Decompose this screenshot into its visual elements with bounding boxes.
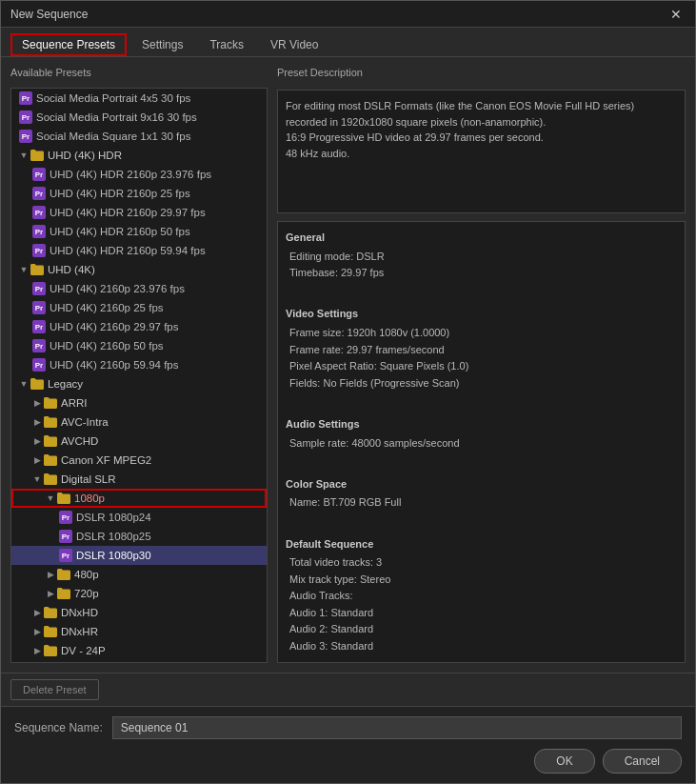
folder-label: DNxHD	[61, 607, 98, 618]
item-label: UHD (4K) 2160p 59.94 fps	[50, 359, 179, 371]
frame-size: Frame size: 1920h 1080v (1.0000)	[286, 325, 677, 342]
tab-sequence-presets[interactable]: Sequence Presets	[10, 33, 127, 56]
fields: Fields: No Fields (Progressive Scan)	[286, 375, 677, 392]
chevron-right-icon: ▶	[32, 608, 42, 617]
list-item[interactable]: Pr UHD (4K) HDR 2160p 50 fps	[11, 222, 267, 241]
chevron-right-icon: ▶	[32, 455, 42, 465]
folder-label: Digital SLR	[61, 473, 116, 485]
folder-avc-intra[interactable]: ▶ AVC-Intra	[11, 412, 267, 432]
available-presets-label: Available Presets	[10, 67, 268, 78]
total-video-tracks: Total video tracks: 3	[286, 554, 677, 572]
folder-dv24p[interactable]: ▶ DV - 24P	[11, 641, 267, 660]
bottom-bar: Delete Preset	[1, 673, 695, 706]
list-item[interactable]: Pr DSLR 1080p25	[11, 527, 267, 546]
chevron-right-icon: ▶	[32, 417, 42, 427]
folder-icon	[44, 606, 57, 619]
list-item[interactable]: Pr UHD (4K) HDR 2160p 59.94 fps	[11, 241, 267, 260]
folder-avchd[interactable]: ▶ AVCHD	[11, 432, 267, 451]
folder-uhd-4k[interactable]: ▼ UHD (4K)	[11, 260, 267, 279]
color-name: Name: BT.709 RGB Full	[286, 494, 677, 512]
folder-legacy[interactable]: ▼ Legacy	[11, 374, 267, 393]
presets-tree[interactable]: Pr Social Media Portrait 4x5 30 fps Pr S…	[10, 88, 268, 663]
folder-icon	[44, 434, 57, 448]
close-button[interactable]: ✕	[666, 7, 686, 22]
list-item[interactable]: Pr UHD (4K) 2160p 59.94 fps	[11, 355, 267, 374]
tab-vr-video[interactable]: VR Video	[259, 33, 329, 56]
video-title: Video Settings	[286, 306, 677, 323]
folder-icon	[30, 149, 44, 162]
list-item[interactable]: Pr UHD (4K) 2160p 23.976 fps	[11, 279, 267, 298]
folder-label: DNxHR	[61, 626, 98, 637]
audio1: Audio 1: Standard	[286, 605, 677, 622]
folder-480p[interactable]: ▶ 480p	[11, 565, 267, 584]
pr-icon: Pr	[32, 206, 46, 219]
folder-label: 1080p	[74, 493, 105, 504]
folder-uhd-4k-hdr[interactable]: ▼ UHD (4K) HDR	[11, 146, 267, 165]
pr-icon: Pr	[19, 91, 32, 105]
cancel-button[interactable]: Cancel	[603, 749, 682, 774]
list-item[interactable]: Pr UHD (4K) HDR 2160p 23.976 fps	[11, 165, 267, 184]
item-label: UHD (4K) HDR 2160p 50 fps	[50, 226, 190, 237]
item-label: Social Media Portrait 4x5 30 fps	[36, 92, 190, 104]
list-item[interactable]: Pr Social Media Square 1x1 30 fps	[11, 127, 267, 146]
item-label: DSLR 1080p25	[76, 531, 151, 542]
folder-icon	[44, 625, 57, 638]
list-item[interactable]: Pr UHD (4K) 2160p 29.97 fps	[11, 317, 267, 336]
pr-icon: Pr	[32, 282, 46, 295]
audio3: Audio 3: Standard	[286, 638, 677, 655]
folder-icon	[30, 377, 44, 391]
tab-tracks[interactable]: Tracks	[198, 33, 255, 56]
folder-720p[interactable]: ▶ 720p	[11, 584, 267, 603]
folder-1080p[interactable]: ▼ 1080p	[11, 489, 267, 508]
pr-icon: Pr	[19, 130, 32, 143]
list-item[interactable]: Pr Social Media Portrait 9x16 30 fps	[11, 108, 267, 127]
folder-icon	[57, 492, 70, 505]
tab-settings[interactable]: Settings	[130, 33, 194, 56]
sequence-name-input[interactable]	[112, 716, 682, 739]
chevron-down-icon: ▼	[19, 265, 29, 274]
preset-details-box: General Editing mode: DSLR Timebase: 29.…	[277, 221, 686, 663]
list-item[interactable]: Pr UHD (4K) HDR 2160p 25 fps	[11, 184, 267, 203]
chevron-down-icon: ▼	[46, 493, 55, 503]
folder-dnxhr[interactable]: ▶ DNxHR	[11, 622, 267, 641]
folder-label: 480p	[74, 569, 99, 580]
action-buttons: OK Cancel	[14, 749, 682, 774]
delete-preset-button[interactable]: Delete Preset	[10, 679, 99, 700]
pr-icon: Pr	[59, 549, 72, 562]
title-bar: New Sequence ✕	[1, 1, 695, 28]
list-item[interactable]: Pr UHD (4K) 2160p 25 fps	[11, 298, 267, 317]
folder-dnxhd[interactable]: ▶ DNxHD	[11, 603, 267, 622]
preset-description-label: Preset Description	[277, 67, 686, 78]
item-label: Social Media Square 1x1 30 fps	[36, 131, 190, 142]
list-item[interactable]: Pr UHD (4K) HDR 2160p 29.97 fps	[11, 203, 267, 222]
item-label: UHD (4K) HDR 2160p 25 fps	[50, 188, 190, 199]
ok-button[interactable]: OK	[534, 749, 594, 774]
folder-canon-xf[interactable]: ▶ Canon XF MPEG2	[11, 451, 267, 470]
audio-tracks-label: Audio Tracks:	[286, 588, 677, 605]
item-label: Social Media Portrait 9x16 30 fps	[36, 111, 197, 123]
folder-label: UHD (4K)	[48, 264, 95, 275]
audio-title: Audio Settings	[286, 416, 677, 433]
pr-icon: Pr	[32, 358, 46, 372]
item-label: UHD (4K) 2160p 23.976 fps	[50, 283, 185, 294]
default-sequence-title: Default Sequence	[286, 536, 677, 553]
pr-icon: Pr	[32, 320, 46, 333]
list-item[interactable]: Pr Social Media Portrait 4x5 30 fps	[11, 89, 267, 108]
pr-icon: Pr	[32, 168, 46, 181]
folder-label: AVCHD	[61, 435, 98, 447]
chevron-right-icon: ▶	[46, 589, 55, 598]
sequence-name-row: Sequence Name:	[14, 716, 682, 739]
folder-arri[interactable]: ▶ ARRI	[11, 393, 267, 412]
left-panel: Available Presets Pr Social Media Portra…	[10, 67, 268, 663]
list-item[interactable]: Pr UHD (4K) 2160p 50 fps	[11, 336, 267, 355]
item-label: UHD (4K) HDR 2160p 29.97 fps	[50, 207, 206, 218]
folder-digital-slr[interactable]: ▼ Digital SLR	[11, 470, 267, 489]
list-item[interactable]: Pr DSLR 1080p24	[11, 508, 267, 527]
list-item-dslr-1080p30[interactable]: Pr DSLR 1080p30	[11, 546, 267, 565]
item-label: DSLR 1080p24	[76, 512, 151, 523]
item-label: UHD (4K) 2160p 50 fps	[50, 340, 164, 352]
folder-icon	[57, 587, 70, 600]
pr-icon: Pr	[32, 225, 46, 238]
chevron-down-icon: ▼	[19, 379, 29, 389]
chevron-down-icon: ▼	[19, 151, 29, 160]
